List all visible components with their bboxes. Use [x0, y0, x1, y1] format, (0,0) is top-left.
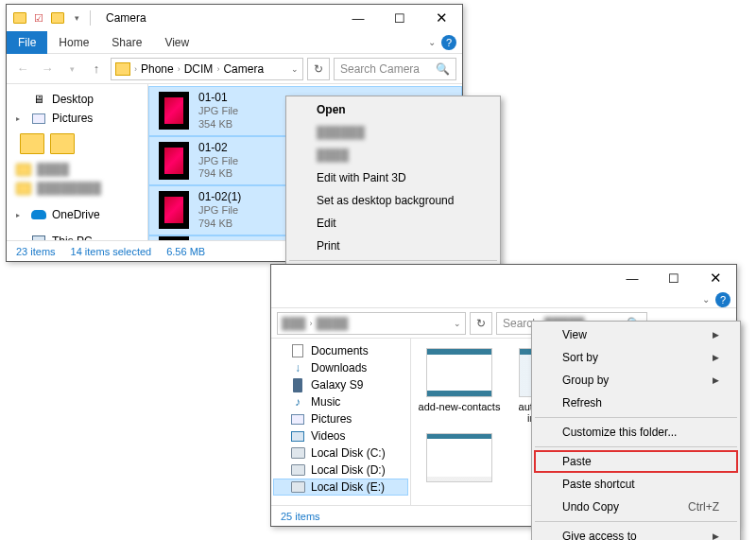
file-item[interactable] — [417, 433, 502, 482]
tab-home[interactable]: Home — [47, 31, 100, 54]
sidebar-item-label: ████████ — [37, 182, 101, 195]
sidebar-item-music[interactable]: Music — [273, 393, 408, 410]
menu-item-edit-paint3d[interactable]: Edit with Paint 3D — [288, 166, 498, 189]
address-bar[interactable]: ███ › ████ ⌄ — [277, 312, 466, 335]
divider — [90, 10, 91, 26]
ribbon-expand-icon[interactable]: ⌄ — [702, 294, 710, 305]
sidebar-item-thispc[interactable]: ▸ This PC — [10, 232, 144, 240]
sidebar-item-downloads[interactable]: Downloads — [273, 359, 408, 376]
new-folder-icon[interactable] — [50, 10, 65, 26]
tab-share[interactable]: Share — [100, 31, 153, 54]
menu-item-edit[interactable]: Edit — [288, 212, 498, 235]
downloads-icon — [290, 361, 305, 375]
refresh-button[interactable]: ↻ — [307, 58, 330, 80]
disk-icon — [290, 463, 305, 477]
file-item[interactable]: add-new-contacts — [417, 348, 502, 424]
minimize-button[interactable]: — — [337, 5, 379, 31]
breadcrumb[interactable]: ███ — [282, 317, 306, 330]
sidebar-item-diske[interactable]: Local Disk (E:) — [273, 479, 408, 496]
sidebar-item-documents[interactable]: Documents — [273, 342, 408, 359]
nav-back-button[interactable]: ← — [12, 59, 33, 79]
menu-item-groupby[interactable]: Group by▶ — [534, 369, 738, 392]
sidebar-item-diskc[interactable]: Local Disk (C:) — [273, 444, 408, 462]
address-dropdown-icon[interactable]: ⌄ — [454, 319, 461, 328]
nav-up-button[interactable]: ↑ — [86, 59, 107, 79]
menu-item-paste-shortcut[interactable]: Paste shortcut — [534, 473, 738, 496]
breadcrumb[interactable]: Camera — [223, 62, 264, 76]
menu-item-set-desktop-bg[interactable]: Set as desktop background — [288, 189, 498, 212]
file-name: 01-02 — [198, 141, 238, 155]
folder-icon[interactable] — [50, 133, 75, 154]
menu-item-sortby[interactable]: Sort by▶ — [534, 346, 738, 369]
file-name: 01-01 — [198, 91, 238, 105]
menu-item-paste[interactable]: Paste — [534, 450, 738, 473]
nav-forward-button[interactable]: → — [37, 59, 58, 79]
chevron-right-icon[interactable]: ▸ — [16, 211, 26, 219]
status-item-count: 23 items — [16, 246, 56, 257]
menu-item-blurred[interactable]: ████ — [288, 144, 498, 166]
address-bar[interactable]: › Phone › DCIM › Camera ⌄ — [111, 58, 303, 80]
window-buttons: — ☐ ✕ — [611, 265, 736, 291]
address-dropdown-icon[interactable]: ⌄ — [291, 64, 299, 74]
sidebar-item-pictures[interactable]: Pictures — [273, 410, 408, 427]
help-icon[interactable]: ? — [715, 292, 730, 307]
window-buttons: — ☐ ✕ — [337, 5, 462, 31]
chevron-right-icon: › — [134, 64, 137, 74]
menu-item-give-access[interactable]: Give access to▶ — [534, 525, 738, 540]
nav-recent-dropdown[interactable]: ▾ — [61, 59, 82, 79]
maximize-button[interactable]: ☐ — [379, 5, 421, 31]
menu-item-view[interactable]: View▶ — [534, 323, 738, 346]
sidebar-item-videos[interactable]: Videos — [273, 427, 408, 444]
navigation-bar: ← → ▾ ↑ › Phone › DCIM › Camera ⌄ ↻ Sear… — [7, 54, 462, 84]
sidebar-item-galaxys9[interactable]: Galaxy S9 — [273, 376, 408, 393]
sidebar-item-onedrive[interactable]: ▸ OneDrive — [10, 205, 144, 224]
breadcrumb[interactable]: Phone — [141, 62, 174, 76]
ribbon-tabs: ⌄ ? — [271, 291, 736, 308]
close-button[interactable]: ✕ — [695, 265, 736, 291]
videos-icon — [290, 429, 305, 443]
menu-item-blurred[interactable]: ██████ — [288, 121, 498, 144]
onedrive-icon — [31, 208, 46, 221]
tab-view[interactable]: View — [153, 31, 200, 54]
sidebar-item-diskd[interactable]: Local Disk (D:) — [273, 462, 408, 479]
sidebar-item-blurred[interactable]: ████ — [10, 160, 144, 179]
folder-icon[interactable] — [20, 133, 44, 154]
sidebar-item-desktop[interactable]: 🖥 Desktop — [10, 90, 144, 109]
properties-icon[interactable]: ☑ — [31, 10, 46, 26]
tab-file[interactable]: File — [7, 31, 47, 54]
minimize-button[interactable]: — — [611, 265, 653, 291]
sidebar-item-pictures[interactable]: ▸ Pictures — [10, 109, 144, 128]
sidebar-item-blurred[interactable]: ████████ — [10, 179, 144, 198]
menu-item-open[interactable]: Open — [288, 98, 498, 121]
help-icon[interactable]: ? — [441, 35, 456, 50]
close-button[interactable]: ✕ — [421, 5, 462, 31]
sidebar-item-label: OneDrive — [52, 208, 100, 221]
menu-item-customize[interactable]: Customize this folder... — [534, 421, 738, 444]
chevron-right-icon[interactable]: ▸ — [16, 114, 26, 123]
refresh-button[interactable]: ↻ — [470, 312, 492, 335]
status-selected-count: 14 items selected — [71, 246, 152, 257]
maximize-button[interactable]: ☐ — [653, 265, 695, 291]
sidebar-item-label: Galaxy S9 — [311, 378, 363, 392]
hotkey-label: Ctrl+Z — [665, 500, 719, 514]
phone-icon — [290, 378, 305, 392]
menu-separator — [535, 417, 737, 418]
menu-item-undo-copy[interactable]: Undo CopyCtrl+Z — [534, 496, 738, 518]
sidebar-item-label: Local Disk (D:) — [311, 463, 386, 477]
disk-icon — [290, 480, 305, 494]
menu-item-print[interactable]: Print — [288, 235, 498, 257]
context-menu-folder: View▶ Sort by▶ Group by▶ Refresh Customi… — [531, 321, 741, 540]
breadcrumb[interactable]: DCIM — [184, 62, 214, 76]
navigation-pane: 🖥 Desktop ▸ Pictures ████ ████████ — [7, 84, 148, 240]
file-thumbnail — [159, 92, 189, 130]
titlebar[interactable]: — ☐ ✕ — [271, 265, 736, 291]
ribbon-expand-icon[interactable]: ⌄ — [428, 37, 436, 47]
chevron-right-icon[interactable]: ▸ — [16, 237, 26, 241]
titlebar[interactable]: ☑ ▾ Camera — ☐ ✕ — [7, 5, 462, 31]
qat-dropdown-icon[interactable]: ▾ — [69, 10, 84, 26]
search-input[interactable]: Search Camera 🔍 — [334, 58, 456, 80]
menu-separator — [289, 260, 497, 261]
file-name: 01-02(2) — [198, 239, 241, 240]
menu-item-refresh[interactable]: Refresh — [534, 392, 738, 414]
breadcrumb[interactable]: ████ — [317, 317, 349, 330]
